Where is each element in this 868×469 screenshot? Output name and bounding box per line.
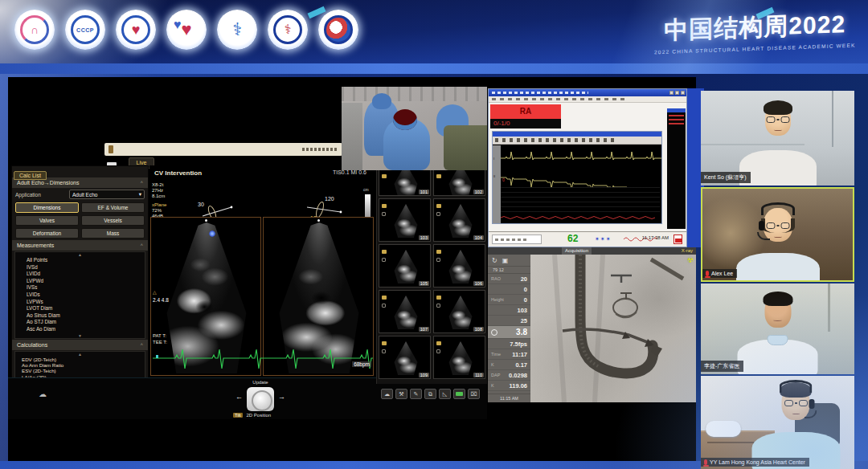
clip-thumbnail[interactable]: 101 — [379, 169, 431, 196]
clip-thumbnail[interactable]: 107 — [379, 290, 431, 333]
lung-society-logo-icon: ∩ — [14, 10, 55, 50]
hemodynamics-window: RA 0/-1/0 III 0 — [488, 88, 687, 247]
event-title: 中国结构周2022 — [654, 8, 855, 48]
measurement-item[interactable]: LVIDs — [15, 292, 145, 299]
measurement-item[interactable]: All Points — [15, 257, 145, 264]
measurement-item[interactable]: Asc Ao Diam — [15, 326, 145, 333]
clip-thumbnail[interactable]: 108 — [433, 290, 485, 333]
conference-banner: ∩ CCCP ♥ ♥ ⚕ ⚕ 中国结构周2022 2022 CHINA STRU… — [0, 0, 868, 74]
operator-figure — [383, 119, 430, 170]
clip-thumbnail[interactable]: 103 — [379, 198, 431, 242]
minimize-icon[interactable] — [669, 91, 674, 95]
tools-icon[interactable]: ⚒ — [395, 389, 407, 399]
calc-panel: Calc List Adult Echo→Dimensions˄ Applica… — [11, 165, 149, 379]
clip-thumbnail[interactable]: 109 — [379, 336, 431, 379]
participant-name: Alex Lee — [702, 269, 737, 278]
close-icon[interactable] — [681, 91, 685, 95]
arrow-left-icon[interactable]: ← — [235, 393, 243, 401]
pressure-site-badge: RA — [490, 104, 561, 119]
scroll-down-icon[interactable]: ▼ — [15, 333, 145, 338]
mass-button[interactable]: Mass — [81, 228, 145, 239]
clip-thumbnail[interactable]: 102 — [433, 169, 485, 196]
lock-icon[interactable]: ⌧ — [468, 389, 480, 399]
dimensions-button[interactable]: Dimensions — [15, 202, 79, 213]
cloud-upload-icon[interactable]: ☁ — [381, 389, 393, 399]
banner-divider — [0, 63, 868, 74]
structural-heart-logo-icon — [318, 10, 358, 50]
light-streak — [756, 7, 775, 19]
battery-status-icon — [453, 389, 465, 399]
measurement-item[interactable]: LVOT Diam — [15, 305, 145, 312]
participant-tile[interactable]: Kent So (蘇溍亨) — [701, 91, 854, 186]
clip-thumbnail[interactable]: 105 — [379, 244, 431, 288]
waveform-toolbar[interactable] — [493, 137, 661, 145]
angle-right-value: 120 — [325, 196, 334, 202]
eraser-icon[interactable]: ◺ — [439, 389, 451, 399]
rotate-gantry-icon[interactable]: ↻ — [492, 257, 497, 264]
participant-name: Kent So (蘇溍亨) — [701, 172, 751, 183]
handshake-heart-logo-icon: ♥ — [166, 10, 207, 50]
window-titlebar[interactable] — [489, 89, 686, 96]
clock-time: 11:17:38 AM — [642, 235, 669, 240]
lead-gutter: III — [493, 145, 501, 223]
xplane-label: xPlane — [152, 202, 169, 208]
measurements-title: Measurements — [17, 240, 54, 251]
calculation-item[interactable]: ESV (2D-Teich) — [15, 368, 145, 373]
maximize-icon[interactable] — [675, 91, 679, 95]
edit-icon[interactable]: ✎ — [410, 389, 422, 399]
cloud-export-icon[interactable]: ☁ — [39, 389, 47, 398]
clip-thumbnail[interactable]: 104 — [433, 198, 485, 242]
pressure-scale-label: 0 — [502, 177, 505, 182]
trackball-control[interactable] — [247, 387, 274, 411]
deformation-button[interactable]: Deformation — [15, 228, 79, 239]
measurement-item[interactable]: Ao STJ Diam — [15, 319, 145, 326]
fluoro-titlebar: Acquisition X-ray — [488, 247, 696, 255]
collapse-chevron-icon[interactable]: ˄ — [140, 177, 143, 188]
measurement-item[interactable]: LVPWs — [15, 299, 145, 306]
vessels-button[interactable]: Vessels — [81, 215, 145, 226]
calculation-item[interactable]: EDV (2D-Teich) — [15, 357, 145, 362]
measurement-item[interactable]: IVSs — [15, 284, 145, 292]
participant-video — [764, 208, 792, 242]
fluoroscopy-window: Acquisition X-ray ↻ ▣ 79 12 RAO20 0 Heig… — [488, 247, 696, 402]
participant-tile-active-speaker[interactable]: Alex Lee — [701, 187, 854, 282]
patient-name-box — [492, 234, 542, 244]
calculation-item[interactable]: Ao Ann Diam Ratio — [15, 362, 145, 368]
measurement-item[interactable]: Ao Sinus Diam — [15, 312, 145, 320]
echo-display: CV Intervention TIS0.1 MI 0.6 X8-2t 27Hz… — [149, 165, 375, 377]
clip-thumbnail[interactable]: 110 — [433, 336, 485, 379]
participant-tile[interactable]: YY Lam Hong Kong Asia Heart Center — [701, 376, 854, 469]
patient-metrics: 79 12 — [488, 267, 530, 274]
ecg-traces — [501, 147, 661, 187]
copy-icon[interactable]: ⧉ — [424, 389, 436, 399]
calc-header: Adult Echo→Dimensions — [17, 177, 79, 188]
angle-left-value: 30 — [198, 202, 204, 207]
sponsor-logos: ∩ CCCP ♥ ♥ ⚕ ⚕ — [14, 10, 358, 50]
application-label: Application — [15, 192, 41, 198]
measurement-item[interactable]: IVSd — [15, 264, 145, 271]
cccp-logo-icon: CCCP — [65, 10, 105, 50]
collapse-chevron-icon[interactable]: ˄ — [140, 240, 143, 251]
measurements-list: ▲ All Points IVSd LVIDd LVPWd IVSs LVIDs… — [14, 251, 145, 339]
muted-mic-icon — [704, 459, 707, 465]
collapse-chevron-icon[interactable]: ˄ — [140, 340, 143, 350]
fluoro-clock: 11:15 AM — [488, 394, 530, 401]
medical-doctor-association-logo-icon: ⚕ — [268, 10, 308, 50]
probe-marker-icon — [209, 230, 215, 237]
menu-bar[interactable] — [489, 96, 686, 103]
acquisition-tab[interactable]: Acquisition — [562, 247, 592, 255]
participant-name: 李捷-广东省医 — [701, 361, 743, 372]
participant-tile[interactable]: 李捷-广东省医 — [701, 283, 854, 374]
patient-banner — [104, 143, 342, 156]
arrow-right-icon[interactable]: → — [278, 393, 285, 401]
measurement-item[interactable]: LVIDd — [15, 271, 145, 278]
valves-button[interactable]: Valves — [15, 215, 79, 226]
face-mask — [768, 335, 788, 345]
measurement-item[interactable]: LVPWd — [15, 278, 145, 285]
headset-icon — [761, 202, 795, 215]
ef-volume-button[interactable]: EF & Volume — [81, 202, 145, 213]
headset-icon — [780, 380, 813, 393]
clip-thumbnail[interactable]: 106 — [433, 244, 485, 288]
radiation-on-icon: ☢ — [687, 256, 694, 264]
application-dropdown[interactable]: Adult Echo▾ — [69, 190, 145, 199]
